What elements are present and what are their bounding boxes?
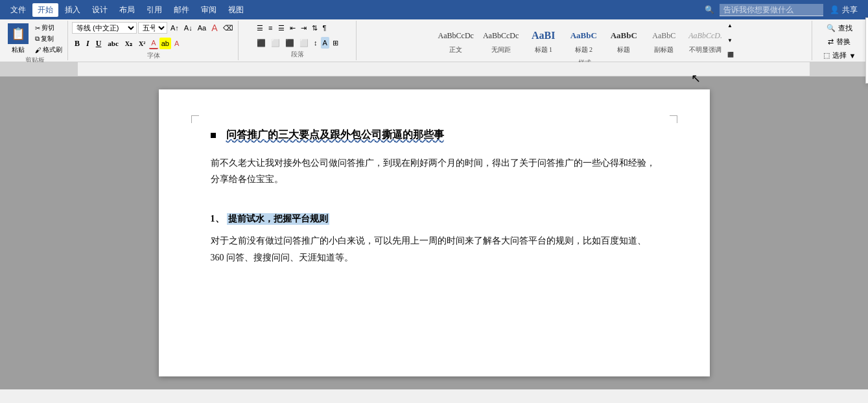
- menu-view[interactable]: 视图: [223, 3, 249, 17]
- cut-button[interactable]: ✂ 剪切: [32, 23, 65, 33]
- align-left-button[interactable]: ⬛: [255, 37, 268, 49]
- style-subtitle[interactable]: AaBbC 副标题: [644, 22, 683, 58]
- paragraph-group: ☰ ≡ ☰ ⇤ ⇥ ⇅ ¶ ⬛ ⬜ ⬛ ⬜ ↕ A ⊞ 段落: [240, 21, 357, 60]
- style-subtle[interactable]: AaBbCcD. 不明显强调: [685, 22, 726, 58]
- font-bg-button[interactable]: A: [172, 38, 181, 49]
- highlight-button[interactable]: ab: [159, 38, 171, 49]
- align-right-button[interactable]: ⬛: [283, 37, 296, 49]
- font-size-increase-button[interactable]: A↑: [169, 22, 181, 34]
- style-heading2[interactable]: AaBbC 标题 2: [564, 22, 603, 58]
- style-gallery: AaBbCcDc 正文 AaBbCcDc 无间距 AaBI 标题 1 AaBbC…: [434, 22, 726, 58]
- subscript-button[interactable]: X₂: [123, 37, 135, 50]
- format-painter-button[interactable]: 🖌 格式刷: [32, 45, 65, 55]
- find-button[interactable]: 🔍 查找: [824, 22, 855, 34]
- style-no-space[interactable]: AaBbCcDc 无间距: [479, 22, 522, 58]
- bullet-list-button[interactable]: ☰: [255, 22, 265, 34]
- font-name-select[interactable]: 等线 (中文正): [72, 22, 137, 34]
- select-icon: ⬚: [823, 51, 830, 60]
- shading-button[interactable]: A: [321, 37, 329, 49]
- style-heading1[interactable]: AaBI 标题 1: [524, 22, 563, 58]
- ruler-content[interactable]: [78, 62, 810, 76]
- sort-button[interactable]: ⇅: [310, 22, 320, 34]
- font-options-button[interactable]: A: [209, 22, 219, 34]
- font-label: 字体: [147, 51, 160, 60]
- select-dropdown-menu: 全选(A) 选择对象(O): [865, 17, 868, 84]
- bold-button[interactable]: B: [72, 37, 82, 50]
- menu-mail[interactable]: 邮件: [169, 3, 194, 17]
- font-top-row: 等线 (中文正) 五号 A↑ A↓ Aa A ⌫: [72, 22, 235, 34]
- clipboard-content: 📋 粘贴 ✂ 剪切 ⧉ 复制 🖌 格式刷: [5, 22, 65, 56]
- font-aa-button[interactable]: Aa: [196, 22, 208, 34]
- ribbon-row: 📋 粘贴 ✂ 剪切 ⧉ 复制 🖌 格式刷: [0, 19, 868, 62]
- para-bottom-row: ⬛ ⬜ ⬛ ⬜ ↕ A ⊞: [255, 37, 340, 49]
- superscript-button[interactable]: X²: [136, 37, 148, 50]
- menu-reference[interactable]: 引用: [141, 3, 167, 17]
- select-button[interactable]: ⬚ 选择 ▼: [821, 49, 859, 62]
- document-title: 问答推广的三大要点及跟外包公司撕逼的那些事: [211, 128, 658, 142]
- para-label: 段落: [291, 50, 304, 59]
- paste-button[interactable]: 📋 粘贴: [5, 22, 31, 56]
- share-button[interactable]: 👤 共享: [825, 3, 863, 17]
- copy-button[interactable]: ⧉ 复制: [32, 34, 65, 44]
- line-spacing-button[interactable]: ↕: [312, 37, 320, 49]
- clipboard-group: 📋 粘贴 ✂ 剪切 ⧉ 复制 🖌 格式刷: [3, 21, 68, 60]
- menu-layout[interactable]: 布局: [114, 3, 140, 17]
- ruler-right-margin: [810, 62, 868, 76]
- indent-increase-button[interactable]: ⇥: [299, 22, 309, 34]
- indent-decrease-button[interactable]: ⇤: [288, 22, 298, 34]
- replace-button[interactable]: ⇄ 替换: [825, 36, 853, 48]
- font-size-decrease-button[interactable]: A↓: [182, 22, 194, 34]
- font-color-button[interactable]: A: [149, 38, 158, 49]
- font-size-select[interactable]: 五号: [138, 22, 167, 34]
- menu-insert[interactable]: 插入: [60, 3, 86, 17]
- format-painter-icon: 🖌: [35, 47, 41, 54]
- show-marks-button[interactable]: ¶: [321, 22, 329, 34]
- styles-content: AaBbCcDc 正文 AaBbCcDc 无间距 AaBI 标题 1 AaBbC…: [434, 22, 735, 58]
- clipboard-small-btns: ✂ 剪切 ⧉ 复制 🖌 格式刷: [32, 23, 65, 55]
- empty-line-1: [211, 192, 658, 205]
- styles-group: AaBbCcDc 正文 AaBbCcDc 无间距 AaBI 标题 1 AaBbC…: [358, 21, 813, 60]
- menu-home[interactable]: 开始: [32, 3, 58, 17]
- editing-content: 🔍 查找 ⇄ 替换 ⬚ 选择 ▼: [821, 22, 859, 62]
- gallery-down-button[interactable]: ▼: [726, 37, 735, 44]
- underline-button[interactable]: U: [93, 37, 104, 50]
- copy-icon: ⧉: [35, 35, 40, 43]
- cut-icon: ✂: [35, 25, 40, 32]
- gallery-up-button[interactable]: ▲: [726, 22, 735, 29]
- numbered-list-button[interactable]: ≡: [266, 22, 274, 34]
- menu-review[interactable]: 审阅: [196, 3, 222, 17]
- style-title[interactable]: AaBbC 标题: [604, 22, 643, 58]
- font-content: 等线 (中文正) 五号 A↑ A↓ Aa A ⌫ B I U abc X₂: [72, 22, 235, 51]
- para-top-row: ☰ ≡ ☰ ⇤ ⇥ ⇅ ¶: [255, 22, 328, 34]
- find-icon: 🔍: [827, 24, 836, 32]
- section1-heading: 1、 提前试水，把握平台规则: [211, 213, 658, 225]
- paste-icon: 📋: [8, 23, 29, 44]
- para-content: ☰ ≡ ☰ ⇤ ⇥ ⇅ ¶ ⬛ ⬜ ⬛ ⬜ ↕ A ⊞: [255, 22, 340, 50]
- corner-mark-tr: [670, 115, 677, 123]
- style-normal[interactable]: AaBbCcDc 正文: [434, 22, 478, 58]
- document-page: 问答推广的三大要点及跟外包公司撕逼的那些事 前不久老大让我对接外包公司做问答推广…: [159, 89, 710, 376]
- bullet-icon: [211, 133, 216, 138]
- ruler-left-margin: [0, 62, 78, 76]
- italic-button[interactable]: I: [84, 37, 92, 50]
- editing-group: 🔍 查找 ⇄ 替换 ⬚ 选择 ▼: [814, 21, 865, 60]
- user-icon: 👤: [830, 5, 839, 15]
- font-clear-button[interactable]: ⌫: [221, 22, 235, 34]
- menu-design[interactable]: 设计: [87, 3, 113, 17]
- border-button[interactable]: ⊞: [331, 37, 340, 49]
- section1-para: 对于之前没有做过问答推广的小白来说，可以先用上一周的时间来了解各大问答平台的规则…: [211, 233, 658, 265]
- gallery-more-button[interactable]: ⬛: [726, 51, 735, 58]
- multilevel-list-button[interactable]: ☰: [276, 22, 287, 34]
- search-input[interactable]: [720, 4, 823, 16]
- gallery-arrows: ▲ ▼ ⬛: [726, 22, 735, 58]
- select-dropdown-arrow: ▼: [849, 52, 856, 60]
- menu-file[interactable]: 文件: [5, 3, 31, 17]
- align-center-button[interactable]: ⬜: [269, 37, 282, 49]
- document-para1: 前不久老大让我对接外包公司做问答推广，到现在刚好两个月的时间，得出了关于问答推广…: [211, 155, 658, 187]
- strikethrough-button[interactable]: abc: [105, 37, 121, 50]
- justify-button[interactable]: ⬜: [298, 37, 311, 49]
- menu-bar: 文件 开始 插入 设计 布局 引用 邮件 审阅 视图 🔍 👤 共享: [0, 0, 868, 19]
- corner-mark-tl: [191, 115, 199, 123]
- empty-line-2: [211, 227, 658, 233]
- document-area: 问答推广的三大要点及跟外包公司撕逼的那些事 前不久老大让我对接外包公司做问答推广…: [0, 76, 868, 389]
